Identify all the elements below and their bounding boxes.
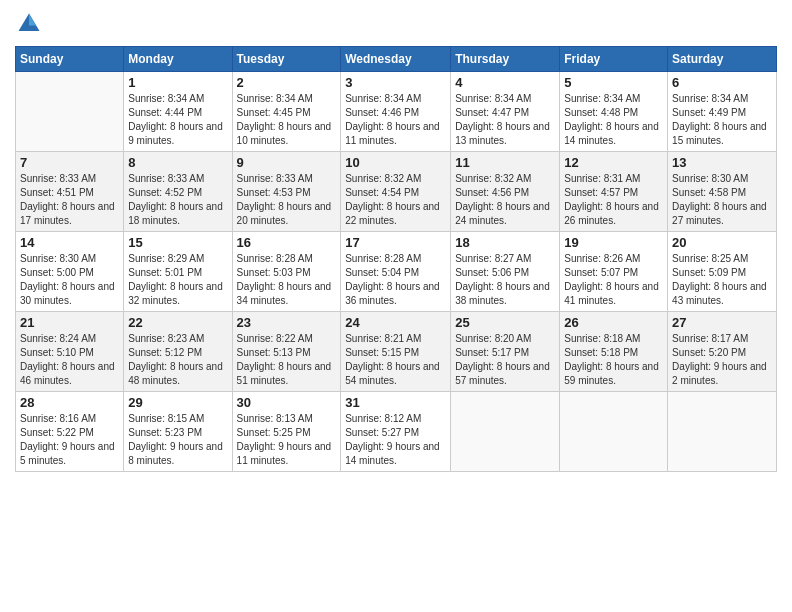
calendar-cell: 14Sunrise: 8:30 AMSunset: 5:00 PMDayligh… <box>16 232 124 312</box>
col-header-tuesday: Tuesday <box>232 47 341 72</box>
day-detail: Sunrise: 8:28 AMSunset: 5:04 PMDaylight:… <box>345 252 446 308</box>
day-detail: Sunrise: 8:34 AMSunset: 4:49 PMDaylight:… <box>672 92 772 148</box>
calendar-week-row: 7Sunrise: 8:33 AMSunset: 4:51 PMDaylight… <box>16 152 777 232</box>
day-detail: Sunrise: 8:22 AMSunset: 5:13 PMDaylight:… <box>237 332 337 388</box>
day-number: 3 <box>345 75 446 90</box>
day-number: 13 <box>672 155 772 170</box>
calendar-cell: 18Sunrise: 8:27 AMSunset: 5:06 PMDayligh… <box>451 232 560 312</box>
day-number: 16 <box>237 235 337 250</box>
day-detail: Sunrise: 8:34 AMSunset: 4:44 PMDaylight:… <box>128 92 227 148</box>
calendar-cell: 6Sunrise: 8:34 AMSunset: 4:49 PMDaylight… <box>668 72 777 152</box>
calendar-cell: 22Sunrise: 8:23 AMSunset: 5:12 PMDayligh… <box>124 312 232 392</box>
day-number: 26 <box>564 315 663 330</box>
day-number: 10 <box>345 155 446 170</box>
day-number: 5 <box>564 75 663 90</box>
day-detail: Sunrise: 8:34 AMSunset: 4:47 PMDaylight:… <box>455 92 555 148</box>
calendar-week-row: 14Sunrise: 8:30 AMSunset: 5:00 PMDayligh… <box>16 232 777 312</box>
day-number: 27 <box>672 315 772 330</box>
calendar-cell: 1Sunrise: 8:34 AMSunset: 4:44 PMDaylight… <box>124 72 232 152</box>
day-number: 30 <box>237 395 337 410</box>
calendar-header-row: SundayMondayTuesdayWednesdayThursdayFrid… <box>16 47 777 72</box>
day-detail: Sunrise: 8:21 AMSunset: 5:15 PMDaylight:… <box>345 332 446 388</box>
day-detail: Sunrise: 8:25 AMSunset: 5:09 PMDaylight:… <box>672 252 772 308</box>
calendar-cell: 9Sunrise: 8:33 AMSunset: 4:53 PMDaylight… <box>232 152 341 232</box>
col-header-friday: Friday <box>560 47 668 72</box>
day-detail: Sunrise: 8:34 AMSunset: 4:46 PMDaylight:… <box>345 92 446 148</box>
day-number: 29 <box>128 395 227 410</box>
calendar-cell: 17Sunrise: 8:28 AMSunset: 5:04 PMDayligh… <box>341 232 451 312</box>
calendar-cell: 29Sunrise: 8:15 AMSunset: 5:23 PMDayligh… <box>124 392 232 472</box>
calendar-cell: 3Sunrise: 8:34 AMSunset: 4:46 PMDaylight… <box>341 72 451 152</box>
day-detail: Sunrise: 8:24 AMSunset: 5:10 PMDaylight:… <box>20 332 119 388</box>
day-number: 23 <box>237 315 337 330</box>
day-number: 9 <box>237 155 337 170</box>
day-number: 22 <box>128 315 227 330</box>
calendar-cell: 10Sunrise: 8:32 AMSunset: 4:54 PMDayligh… <box>341 152 451 232</box>
calendar-cell: 25Sunrise: 8:20 AMSunset: 5:17 PMDayligh… <box>451 312 560 392</box>
logo <box>15 10 47 38</box>
calendar-cell: 28Sunrise: 8:16 AMSunset: 5:22 PMDayligh… <box>16 392 124 472</box>
calendar-cell: 4Sunrise: 8:34 AMSunset: 4:47 PMDaylight… <box>451 72 560 152</box>
calendar-cell: 2Sunrise: 8:34 AMSunset: 4:45 PMDaylight… <box>232 72 341 152</box>
day-number: 20 <box>672 235 772 250</box>
calendar-cell: 8Sunrise: 8:33 AMSunset: 4:52 PMDaylight… <box>124 152 232 232</box>
day-number: 24 <box>345 315 446 330</box>
calendar-cell: 13Sunrise: 8:30 AMSunset: 4:58 PMDayligh… <box>668 152 777 232</box>
day-number: 28 <box>20 395 119 410</box>
day-number: 17 <box>345 235 446 250</box>
calendar-cell: 24Sunrise: 8:21 AMSunset: 5:15 PMDayligh… <box>341 312 451 392</box>
day-detail: Sunrise: 8:34 AMSunset: 4:45 PMDaylight:… <box>237 92 337 148</box>
header <box>15 10 777 38</box>
day-detail: Sunrise: 8:33 AMSunset: 4:51 PMDaylight:… <box>20 172 119 228</box>
day-detail: Sunrise: 8:20 AMSunset: 5:17 PMDaylight:… <box>455 332 555 388</box>
day-number: 7 <box>20 155 119 170</box>
day-detail: Sunrise: 8:13 AMSunset: 5:25 PMDaylight:… <box>237 412 337 468</box>
day-detail: Sunrise: 8:27 AMSunset: 5:06 PMDaylight:… <box>455 252 555 308</box>
day-number: 11 <box>455 155 555 170</box>
calendar-cell: 20Sunrise: 8:25 AMSunset: 5:09 PMDayligh… <box>668 232 777 312</box>
day-number: 31 <box>345 395 446 410</box>
day-number: 18 <box>455 235 555 250</box>
calendar-cell <box>560 392 668 472</box>
day-detail: Sunrise: 8:12 AMSunset: 5:27 PMDaylight:… <box>345 412 446 468</box>
day-detail: Sunrise: 8:30 AMSunset: 4:58 PMDaylight:… <box>672 172 772 228</box>
calendar-cell: 12Sunrise: 8:31 AMSunset: 4:57 PMDayligh… <box>560 152 668 232</box>
calendar-cell <box>668 392 777 472</box>
calendar-cell: 23Sunrise: 8:22 AMSunset: 5:13 PMDayligh… <box>232 312 341 392</box>
day-number: 2 <box>237 75 337 90</box>
day-detail: Sunrise: 8:16 AMSunset: 5:22 PMDaylight:… <box>20 412 119 468</box>
calendar-cell: 31Sunrise: 8:12 AMSunset: 5:27 PMDayligh… <box>341 392 451 472</box>
day-number: 4 <box>455 75 555 90</box>
calendar-cell: 27Sunrise: 8:17 AMSunset: 5:20 PMDayligh… <box>668 312 777 392</box>
day-detail: Sunrise: 8:17 AMSunset: 5:20 PMDaylight:… <box>672 332 772 388</box>
col-header-thursday: Thursday <box>451 47 560 72</box>
day-detail: Sunrise: 8:26 AMSunset: 5:07 PMDaylight:… <box>564 252 663 308</box>
calendar-cell: 15Sunrise: 8:29 AMSunset: 5:01 PMDayligh… <box>124 232 232 312</box>
calendar-cell: 21Sunrise: 8:24 AMSunset: 5:10 PMDayligh… <box>16 312 124 392</box>
calendar-cell: 11Sunrise: 8:32 AMSunset: 4:56 PMDayligh… <box>451 152 560 232</box>
day-number: 8 <box>128 155 227 170</box>
day-detail: Sunrise: 8:34 AMSunset: 4:48 PMDaylight:… <box>564 92 663 148</box>
logo-icon <box>15 10 43 38</box>
day-number: 19 <box>564 235 663 250</box>
day-number: 1 <box>128 75 227 90</box>
day-detail: Sunrise: 8:30 AMSunset: 5:00 PMDaylight:… <box>20 252 119 308</box>
day-detail: Sunrise: 8:33 AMSunset: 4:52 PMDaylight:… <box>128 172 227 228</box>
col-header-saturday: Saturday <box>668 47 777 72</box>
day-detail: Sunrise: 8:32 AMSunset: 4:54 PMDaylight:… <box>345 172 446 228</box>
col-header-wednesday: Wednesday <box>341 47 451 72</box>
calendar-cell: 16Sunrise: 8:28 AMSunset: 5:03 PMDayligh… <box>232 232 341 312</box>
calendar-table: SundayMondayTuesdayWednesdayThursdayFrid… <box>15 46 777 472</box>
day-number: 6 <box>672 75 772 90</box>
calendar-cell: 5Sunrise: 8:34 AMSunset: 4:48 PMDaylight… <box>560 72 668 152</box>
calendar-cell: 19Sunrise: 8:26 AMSunset: 5:07 PMDayligh… <box>560 232 668 312</box>
calendar-cell <box>16 72 124 152</box>
calendar-week-row: 21Sunrise: 8:24 AMSunset: 5:10 PMDayligh… <box>16 312 777 392</box>
day-detail: Sunrise: 8:15 AMSunset: 5:23 PMDaylight:… <box>128 412 227 468</box>
col-header-sunday: Sunday <box>16 47 124 72</box>
day-detail: Sunrise: 8:28 AMSunset: 5:03 PMDaylight:… <box>237 252 337 308</box>
day-detail: Sunrise: 8:31 AMSunset: 4:57 PMDaylight:… <box>564 172 663 228</box>
day-number: 25 <box>455 315 555 330</box>
calendar-cell: 26Sunrise: 8:18 AMSunset: 5:18 PMDayligh… <box>560 312 668 392</box>
day-number: 14 <box>20 235 119 250</box>
